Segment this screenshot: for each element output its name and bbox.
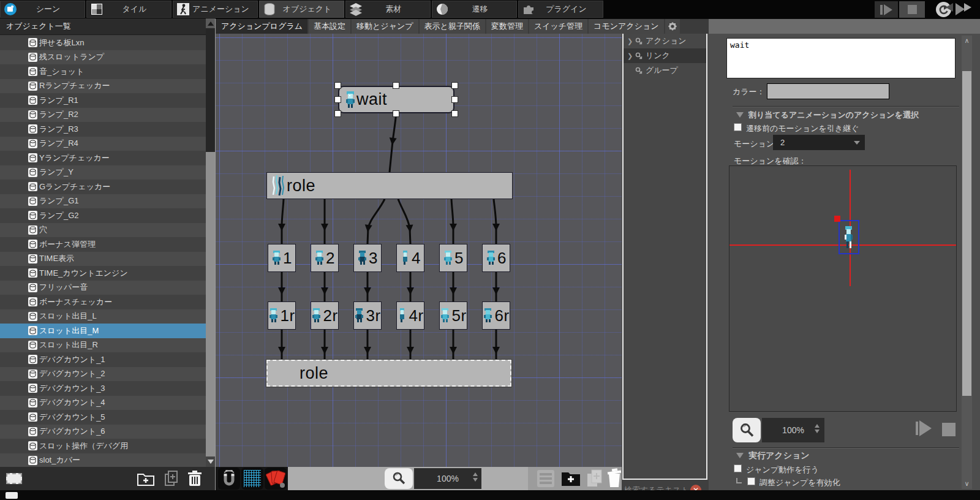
object-list-item[interactable]: ボーナスチェッカー [0,295,206,309]
selection-handle[interactable] [334,110,341,117]
panel-scrollbar-thumb[interactable] [962,71,971,396]
duplicate-action-button[interactable] [587,469,603,490]
menu-tab-transition[interactable]: 遷移 [432,1,517,18]
action-node-6[interactable]: 6 [482,244,510,272]
tab-display-parent[interactable]: 表示と親子関係 [420,19,485,34]
action-node-3r[interactable]: 3r [353,301,382,330]
object-list-item[interactable]: ランプ_G1 [0,194,206,209]
action-node-1r[interactable]: 1r [268,301,296,330]
selection-handle[interactable] [451,82,458,89]
object-list-item[interactable]: slot_カバー [0,453,206,468]
step-play-button[interactable] [875,1,898,18]
object-list-item[interactable]: スロット出目_L [0,309,206,324]
preview-stop-button[interactable] [942,423,956,436]
object-list-item[interactable]: ランプ_R4 [0,137,206,151]
object-list-item[interactable]: 穴 [0,223,206,238]
object-list-item[interactable]: フリッパー音 [0,281,206,295]
action-node-5[interactable]: 5 [439,244,467,272]
action-node-2[interactable]: 2 [311,244,339,272]
scroll-up-icon[interactable] [206,18,216,28]
collapse-arrow-icon[interactable] [736,453,744,458]
zoom-spinner[interactable] [815,424,820,433]
preview-zoom-level[interactable]: 100% [762,418,824,442]
action-node-3[interactable]: 3 [353,244,382,272]
menu-tab-plugin[interactable]: プラグイン [518,1,603,18]
carry-motion-checkbox[interactable] [734,123,742,131]
selection-handle[interactable] [334,82,341,89]
color-swatch[interactable] [767,83,889,99]
object-list-item[interactable]: 音_ショット [0,64,206,79]
object-list-item[interactable]: デバグカウント_6 [0,425,206,439]
tree-item-action[interactable]: ❯ アクション [624,34,706,48]
nav-back-icon[interactable] [946,3,953,12]
action-node-4[interactable]: 4 [396,244,424,272]
object-list-item[interactable]: デバグカウント_3 [0,381,206,396]
selection-handle[interactable] [451,96,458,103]
motion-preview[interactable] [729,165,957,412]
action-node-1[interactable]: 1 [268,244,296,272]
tab-common-actions[interactable]: コモンアクション [589,19,663,34]
selection-handle[interactable] [334,96,341,103]
action-node-2r[interactable]: 2r [311,301,339,330]
menu-tab-animation[interactable]: アニメーション [173,1,258,18]
scroll-down-icon[interactable]: ∨ [962,480,972,488]
chevron-right-icon[interactable]: ❯ [627,52,632,60]
selection-handle[interactable] [393,110,399,117]
sidebar-scrollbar[interactable] [206,18,216,467]
object-list-item[interactable]: ランプ_Y [0,165,206,180]
object-list-item[interactable]: デバグカウント_1 [0,352,206,367]
object-list-item[interactable]: ランプ_R1 [0,93,206,108]
snap-magnet-button[interactable] [218,468,240,490]
menu-tab-tile[interactable]: タイル [86,1,172,18]
action-node-6r[interactable]: 6r [482,301,510,330]
grid-toggle-button[interactable] [241,468,263,490]
zoom-spinner[interactable] [473,472,478,482]
object-list-item[interactable]: Rランプチェッカー [0,79,206,94]
object-list-item[interactable]: 押せる板Lxn [0,36,206,50]
scroll-down-icon[interactable] [206,456,216,467]
canvas-zoom-level[interactable]: 100% [414,468,481,489]
object-list-item[interactable]: ランプ_G2 [0,208,206,223]
origin-handle[interactable] [834,216,840,222]
scroll-up-icon[interactable]: ∧ [962,37,972,45]
action-node-role-top[interactable]: role [266,172,513,199]
chevron-right-icon[interactable]: ❯ [627,37,632,45]
object-list-item[interactable]: デバグカウント_2 [0,367,206,382]
object-list-item[interactable]: ランプ_R2 [0,108,206,123]
object-list-item[interactable]: ボーナス弾管理 [0,237,206,252]
object-list-item[interactable]: TIME表示 [0,252,206,267]
duplicate-object-button[interactable] [162,469,181,488]
object-list-item[interactable]: TIME_カウントエンジン [0,266,206,281]
menu-tab-object[interactable]: オブジェクト [259,1,344,18]
list-view-button[interactable] [537,469,555,490]
preview-zoom-button[interactable] [733,418,761,442]
menu-tab-material[interactable]: 素材 [345,1,431,18]
object-list-item[interactable]: Yランプチェッカー [0,151,206,165]
motion-dropdown[interactable]: 2 [773,135,865,150]
collapse-arrow-icon[interactable] [736,112,744,118]
canvas-zoom-button[interactable] [385,468,413,489]
jump-checkbox[interactable] [734,464,742,472]
tab-switches[interactable]: スイッチ管理 [529,19,587,34]
tab-variables[interactable]: 変数管理 [486,19,528,34]
play-button[interactable] [956,3,965,15]
cards-tool-button[interactable] [265,468,287,490]
tab-basic-settings[interactable]: 基本設定 [309,19,350,34]
selection-handle[interactable] [451,110,458,117]
tab-action-program[interactable]: アクションプログラム [216,19,307,34]
action-node-5r[interactable]: 5r [439,301,467,330]
tree-item-link[interactable]: ❯ リンク [624,48,706,63]
menu-tab-scene[interactable]: シーン [0,1,85,18]
action-node-4r[interactable]: 4r [396,301,424,330]
adjust-jump-checkbox[interactable] [747,477,755,485]
object-list-item[interactable]: ランプ_R3 [0,122,206,137]
add-folder-button[interactable] [136,469,156,488]
delete-object-button[interactable] [185,469,205,488]
selection-handle[interactable] [393,82,399,89]
preview-play-button[interactable] [916,420,932,436]
object-list-item[interactable]: Gランプチェッカー [0,180,206,194]
stop-button[interactable] [899,1,925,18]
settings-gear-button[interactable] [665,19,680,34]
object-list-item[interactable]: スロット操作（デバグ用 [0,439,206,453]
object-list-item[interactable]: デバグカウント_4 [0,396,206,411]
